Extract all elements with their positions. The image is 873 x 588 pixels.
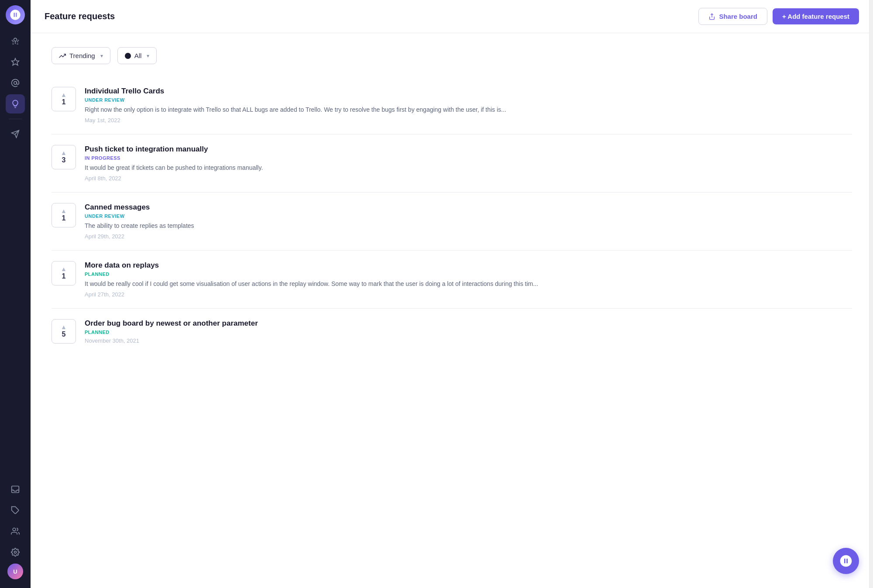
vote-count: 1	[62, 214, 66, 222]
svg-point-2	[14, 82, 17, 85]
svg-point-7	[13, 528, 16, 531]
feature-description: The ability to create replies as templat…	[85, 221, 852, 230]
main-panel: Feature requests Share board + Add featu…	[31, 0, 873, 588]
share-icon	[708, 13, 715, 20]
feature-item[interactable]: ▲ 5 Order bug board by newest or another…	[52, 309, 852, 354]
sort-chevron-icon: ▾	[100, 53, 103, 59]
vote-box[interactable]: ▲ 5	[52, 319, 76, 344]
feature-title: Push ticket to integration manually	[85, 145, 852, 154]
header-actions: Share board + Add feature request	[698, 8, 859, 25]
feature-status: PLANNED	[85, 330, 852, 335]
svg-rect-5	[12, 486, 19, 493]
sidebar-item-send[interactable]	[6, 124, 25, 144]
vote-count: 1	[62, 272, 66, 280]
sidebar: U	[0, 0, 31, 588]
sidebar-item-stars[interactable]	[6, 52, 25, 72]
feature-title: Individual Trello Cards	[85, 87, 852, 96]
feature-date: April 8th, 2022	[85, 175, 852, 182]
feature-date: April 29th, 2022	[85, 233, 852, 240]
svg-point-0	[14, 38, 17, 41]
vote-arrow-icon: ▲	[61, 208, 67, 214]
feature-title: Canned messages	[85, 203, 852, 212]
sidebar-item-settings[interactable]	[6, 543, 25, 562]
vote-box[interactable]: ▲ 1	[52, 87, 76, 111]
feature-date: November 30th, 2021	[85, 337, 852, 344]
feature-description: Right now the only option is to integrat…	[85, 105, 852, 114]
feature-status: PLANNED	[85, 272, 852, 277]
sidebar-item-users[interactable]	[6, 522, 25, 541]
vote-arrow-icon: ▲	[61, 92, 67, 98]
vote-count: 5	[62, 330, 66, 338]
vote-count: 3	[62, 156, 66, 164]
sidebar-divider-1	[9, 119, 22, 119]
header: Feature requests Share board + Add featu…	[31, 0, 873, 33]
vote-arrow-icon: ▲	[61, 266, 67, 272]
filters-bar: Trending ▾ All ▾	[52, 47, 852, 64]
feature-item[interactable]: ▲ 1 Canned messages UNDER REVIEW The abi…	[52, 193, 852, 251]
vote-box[interactable]: ▲ 3	[52, 145, 76, 169]
share-board-button[interactable]: Share board	[698, 8, 767, 25]
svg-marker-1	[12, 58, 19, 65]
feature-item[interactable]: ▲ 1 Individual Trello Cards UNDER REVIEW…	[52, 76, 852, 134]
sidebar-item-lightbulb[interactable]	[6, 94, 25, 113]
app-logo[interactable]	[6, 5, 25, 24]
status-chevron-icon: ▾	[147, 53, 149, 59]
vote-arrow-icon: ▲	[61, 150, 67, 156]
feature-content: Canned messages UNDER REVIEW The ability…	[85, 203, 852, 240]
feature-title: Order bug board by newest or another par…	[85, 319, 852, 328]
feature-status: IN PROGRESS	[85, 155, 852, 161]
feature-status: UNDER REVIEW	[85, 213, 852, 219]
feature-description: It would be really cool if I could get s…	[85, 279, 852, 289]
feature-title: More data on replays	[85, 261, 852, 270]
feature-date: May 1st, 2022	[85, 117, 852, 124]
vote-arrow-icon: ▲	[61, 324, 67, 330]
fab-button[interactable]	[833, 548, 859, 574]
feature-item[interactable]: ▲ 1 More data on replays PLANNED It woul…	[52, 251, 852, 309]
content-area: Trending ▾ All ▾ ▲ 1 Individual Trello C…	[31, 33, 873, 588]
status-filter-dropdown[interactable]: All ▾	[117, 47, 157, 64]
sidebar-item-inbox[interactable]	[6, 480, 25, 499]
feature-content: Individual Trello Cards UNDER REVIEW Rig…	[85, 87, 852, 124]
feature-item[interactable]: ▲ 3 Push ticket to integration manually …	[52, 134, 852, 193]
svg-point-8	[14, 551, 17, 554]
feature-content: More data on replays PLANNED It would be…	[85, 261, 852, 298]
sidebar-item-puzzle[interactable]	[6, 501, 25, 520]
vote-count: 1	[62, 98, 66, 106]
feature-content: Order bug board by newest or another par…	[85, 319, 852, 344]
feature-content: Push ticket to integration manually IN P…	[85, 145, 852, 182]
status-dot-icon	[125, 53, 131, 59]
feature-date: April 27th, 2022	[85, 291, 852, 298]
sort-filter-dropdown[interactable]: Trending ▾	[52, 47, 110, 64]
add-feature-request-button[interactable]: + Add feature request	[773, 8, 859, 24]
user-avatar[interactable]: U	[7, 564, 23, 579]
page-title: Feature requests	[45, 11, 115, 21]
feature-status: UNDER REVIEW	[85, 97, 852, 103]
vote-box[interactable]: ▲ 1	[52, 203, 76, 227]
vote-box[interactable]: ▲ 1	[52, 261, 76, 285]
sidebar-item-at[interactable]	[6, 73, 25, 93]
feature-list: ▲ 1 Individual Trello Cards UNDER REVIEW…	[52, 76, 852, 354]
sidebar-item-bug[interactable]	[6, 31, 25, 51]
feature-description: It would be great if tickets can be push…	[85, 163, 852, 172]
trending-icon	[59, 52, 66, 59]
